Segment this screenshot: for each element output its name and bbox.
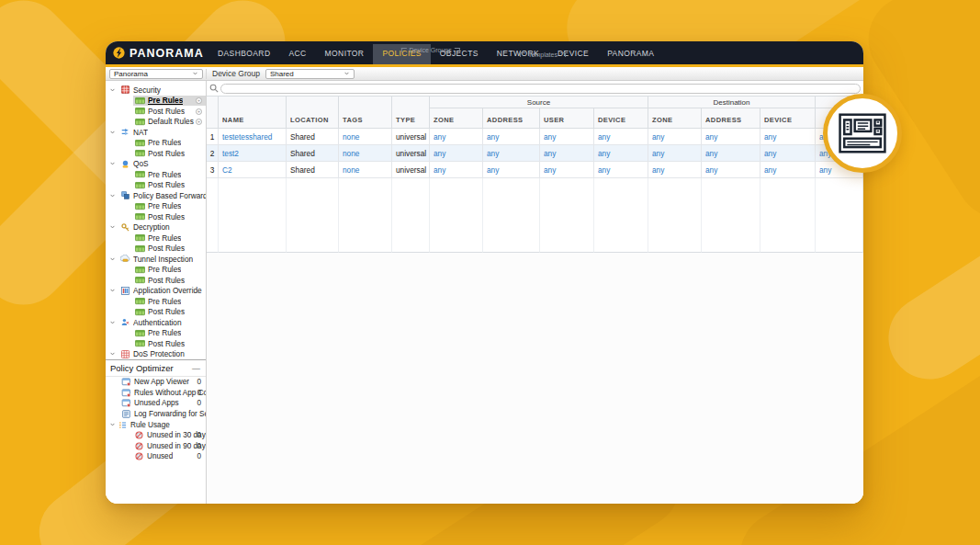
plus-icon[interactable]	[196, 97, 202, 104]
policy-optimizer-panel: Policy Optimizer — New App Viewer0 Rules…	[106, 359, 206, 504]
column-header-dst-address[interactable]: ADDRESS	[702, 108, 760, 129]
grid-filler-cell	[702, 178, 760, 253]
search-input[interactable]	[220, 84, 861, 94]
cell-src-device[interactable]: any	[594, 129, 648, 145]
cell-src-address[interactable]: any	[483, 162, 540, 178]
unused-icon	[134, 431, 144, 439]
tree-item-nat[interactable]: NAT	[106, 127, 206, 138]
column-header-type[interactable]: TYPE	[392, 97, 430, 129]
cell-location: Shared	[287, 162, 339, 178]
cell-dst-device[interactable]: any	[760, 129, 816, 145]
chevron-down-icon	[109, 224, 118, 230]
po-item-unused-30-days[interactable]: Unused in 30 days0	[106, 430, 206, 441]
main-area: NAME LOCATION TAGS TYPE Source Destinati…	[207, 81, 863, 504]
column-header-src-zone[interactable]: ZONE	[430, 108, 483, 129]
tree-item-decryption-pre-rules[interactable]: Pre Rules	[106, 233, 206, 244]
column-header-location[interactable]: LOCATION	[287, 97, 339, 129]
tree-item-nat-pre-rules[interactable]: Pre Rules	[106, 138, 206, 149]
po-item-new-app-viewer[interactable]: New App Viewer0	[106, 377, 206, 388]
tree-item-qos[interactable]: QoS	[106, 159, 206, 170]
device-group-select-value: Shared	[270, 70, 294, 78]
tree-item-pbf[interactable]: Policy Based Forwarding	[106, 190, 206, 201]
column-header-src-address[interactable]: ADDRESS	[483, 108, 540, 129]
tree-item-qos-post-rules[interactable]: Post Rules	[106, 180, 206, 191]
tab-panorama[interactable]: PANORAMA	[598, 49, 663, 64]
tree-item-security-pre-rules[interactable]: Pre Rules	[106, 96, 206, 107]
cell-dst-address[interactable]: any	[702, 162, 760, 178]
tree-item-pbf-post-rules[interactable]: Post Rules	[106, 211, 206, 222]
row-number-header	[207, 97, 219, 129]
tree-item-security[interactable]: Security	[106, 85, 206, 96]
tree-item-nat-post-rules[interactable]: Post Rules	[106, 148, 206, 159]
po-item-rules-without-app-controls[interactable]: Rules Without App Controls0	[106, 388, 206, 399]
tree-item-dos-protection[interactable]: DoS Protection	[106, 349, 206, 360]
device-group-select[interactable]: Shared	[265, 69, 355, 79]
tree-item-auth-post-rules[interactable]: Post Rules	[106, 338, 206, 349]
cell-dst-zone[interactable]: any	[648, 129, 702, 145]
cell-src-zone[interactable]: any	[430, 129, 483, 145]
cell-src-address[interactable]: any	[483, 145, 540, 162]
application-override-icon	[120, 287, 130, 295]
tree-item-pbf-pre-rules[interactable]: Pre Rules	[106, 201, 206, 212]
cell-dst-zone[interactable]: any	[648, 145, 702, 162]
rules-icon	[135, 139, 145, 147]
cell-rule-name[interactable]: C2	[219, 162, 287, 178]
tree-item-appovr-post-rules[interactable]: Post Rules	[106, 307, 206, 318]
cell-src-user[interactable]: any	[540, 145, 594, 162]
column-header-dst-zone[interactable]: ZONE	[648, 108, 702, 129]
cell-dst-zone[interactable]: any	[648, 162, 702, 178]
cell-dst-device[interactable]: any	[760, 162, 816, 178]
tree-item-tunnel-post-rules[interactable]: Post Rules	[106, 275, 206, 286]
plus-icon[interactable]	[196, 108, 202, 115]
cell-src-device[interactable]: any	[594, 162, 648, 178]
cell-tags[interactable]: none	[339, 129, 392, 145]
column-header-name[interactable]: NAME	[219, 97, 287, 129]
tree-item-tunnel-inspection[interactable]: Tunnel Inspection	[106, 254, 206, 265]
cell-src-user[interactable]: any	[540, 129, 594, 145]
device-groups-label: Device Groups	[400, 47, 459, 53]
cell-rule-name[interactable]: test2	[219, 145, 287, 162]
minimize-icon[interactable]: —	[192, 364, 200, 373]
cell-tags[interactable]: none	[339, 145, 392, 162]
cell-src-zone[interactable]: any	[430, 145, 483, 162]
tab-dashboard[interactable]: DASHBOARD	[208, 49, 279, 64]
column-header-tags[interactable]: TAGS	[339, 97, 392, 129]
tab-acc[interactable]: ACC	[279, 49, 315, 64]
cell-rule-name[interactable]: testetesshared	[219, 129, 287, 145]
context-select[interactable]: Panorama	[109, 69, 203, 79]
tree-item-auth-pre-rules[interactable]: Pre Rules	[106, 328, 206, 339]
cell-src-address[interactable]: any	[483, 129, 540, 145]
column-header-src-device[interactable]: DEVICE	[594, 108, 648, 129]
cell-dst-address[interactable]: any	[702, 129, 760, 145]
tree-item-security-post-rules[interactable]: Post Rules	[106, 106, 206, 117]
rules-icon	[135, 244, 145, 253]
tree-item-decryption[interactable]: Decryption	[106, 222, 206, 233]
tree-item-application-override[interactable]: Application Override	[106, 286, 206, 297]
po-item-rule-usage[interactable]: Rule Usage	[106, 419, 206, 430]
cell-src-user[interactable]: any	[540, 162, 594, 178]
tree-item-security-default-rules[interactable]: Default Rules	[106, 117, 206, 128]
po-item-unused[interactable]: Unused0	[106, 451, 206, 462]
po-item-unused-apps[interactable]: Unused Apps0	[106, 398, 206, 409]
tree-item-tunnel-pre-rules[interactable]: Pre Rules	[106, 265, 206, 276]
cell-src-zone[interactable]: any	[430, 162, 483, 178]
po-item-unused-90-days[interactable]: Unused in 90 days0	[106, 441, 206, 452]
po-item-log-forwarding[interactable]: Log Forwarding for Security Ser	[106, 409, 206, 420]
tree-item-appovr-pre-rules[interactable]: Pre Rules	[106, 296, 206, 307]
cell-dst-address[interactable]: any	[702, 145, 760, 162]
tab-monitor[interactable]: MONITOR	[316, 49, 374, 64]
plus-icon[interactable]	[196, 119, 202, 125]
rule-usage-icon	[118, 421, 128, 429]
cell-src-device[interactable]: any	[594, 145, 648, 162]
cell-dst-device[interactable]: any	[760, 145, 816, 162]
chevron-down-icon	[109, 288, 118, 293]
grid-filler-cell	[339, 178, 392, 253]
tree-item-authentication[interactable]: Authentication	[106, 317, 206, 328]
sidebar: Security Pre Rules Post Rules Default Ru…	[106, 81, 207, 504]
tree-item-decryption-post-rules[interactable]: Post Rules	[106, 244, 206, 255]
cell-tags[interactable]: none	[339, 162, 392, 178]
tree-item-qos-pre-rules[interactable]: Pre Rules	[106, 169, 206, 180]
column-header-src-user[interactable]: USER	[540, 108, 594, 129]
column-header-dst-device[interactable]: DEVICE	[760, 108, 816, 129]
item-count: 0	[197, 442, 201, 450]
